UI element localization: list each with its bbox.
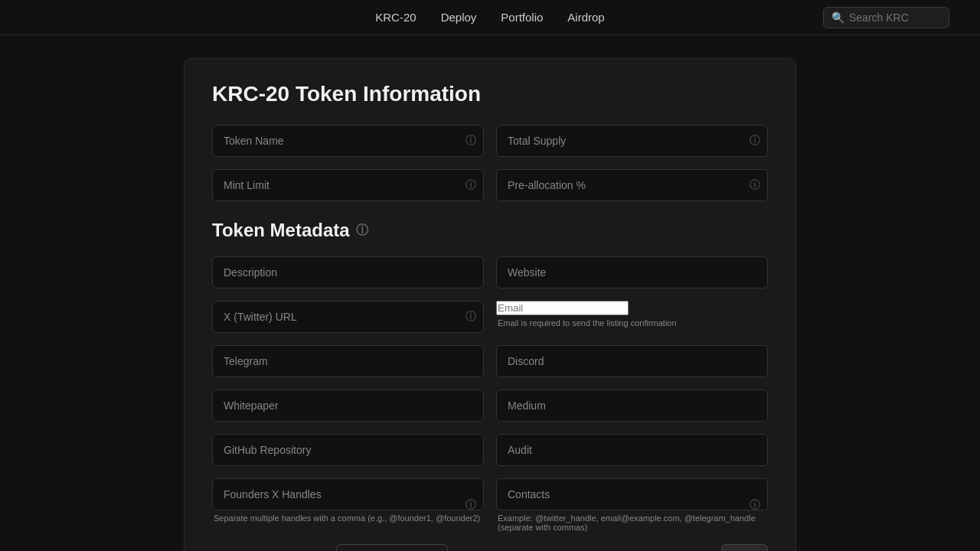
upload-logo-clear-button[interactable]: Clear — [721, 544, 768, 551]
mint-limit-input[interactable] — [212, 169, 484, 201]
preallocation-info-icon[interactable]: ⓘ — [750, 178, 760, 192]
field-whitepaper — [212, 390, 484, 422]
upload-logo-row: Upload Token's Logo Choose File or Drag … — [212, 544, 768, 551]
token-name-input[interactable] — [212, 125, 484, 157]
metadata-heading: Token Metadata ⓘ — [212, 220, 768, 241]
main-content: KRC-20 Token Information ⓘ ⓘ ⓘ ⓘ — [0, 35, 980, 551]
field-total-supply: ⓘ — [496, 125, 768, 157]
row-basic-1: ⓘ ⓘ — [212, 125, 768, 157]
search-box[interactable]: 🔍 — [823, 7, 949, 28]
field-email-wrapper: Email is required to send the listing co… — [496, 301, 768, 333]
twitter-input[interactable] — [212, 301, 484, 333]
telegram-input[interactable] — [212, 345, 484, 377]
founders-note: Separate multiple handles with a comma (… — [212, 514, 484, 523]
row-metadata-1 — [212, 256, 768, 289]
contacts-input[interactable] — [496, 478, 768, 510]
metadata-heading-text: Token Metadata — [212, 220, 350, 241]
row-metadata-4 — [212, 390, 768, 422]
nav-airdrop[interactable]: Airdrop — [567, 11, 604, 24]
nav-links: KRC-20 Deploy Portfolio Airdrop — [375, 11, 604, 24]
search-icon: 🔍 — [831, 11, 844, 24]
row-basic-2: ⓘ ⓘ — [212, 169, 768, 201]
whitepaper-input[interactable] — [212, 390, 484, 422]
contacts-info-icon[interactable]: ⓘ — [750, 498, 760, 512]
field-contacts: ⓘ Example: @twitter_handle, email@exampl… — [496, 478, 768, 532]
field-github — [212, 434, 484, 466]
email-input[interactable] — [496, 301, 629, 315]
medium-input[interactable] — [496, 390, 768, 422]
metadata-info-icon[interactable]: ⓘ — [356, 223, 368, 239]
field-preallocation: ⓘ — [496, 169, 768, 201]
field-telegram — [212, 345, 484, 377]
upload-logo-button[interactable]: Choose File or Drag — [336, 544, 448, 551]
email-note: Email is required to send the listing co… — [496, 318, 768, 328]
field-website — [496, 256, 768, 289]
founders-info-icon[interactable]: ⓘ — [466, 498, 476, 512]
website-input[interactable] — [496, 256, 768, 289]
field-token-name: ⓘ — [212, 125, 484, 157]
row-metadata-6: ⓘ Separate multiple handles with a comma… — [212, 478, 768, 532]
row-metadata-3 — [212, 345, 768, 377]
row-metadata-2: ⓘ Email is required to send the listing … — [212, 301, 768, 333]
field-twitter: ⓘ — [212, 301, 484, 333]
discord-input[interactable] — [496, 345, 768, 377]
token-name-info-icon[interactable]: ⓘ — [466, 134, 476, 148]
field-mint-limit: ⓘ — [212, 169, 484, 201]
search-input[interactable] — [849, 11, 941, 24]
founders-input[interactable] — [212, 478, 484, 510]
description-input[interactable] — [212, 256, 484, 289]
form-container: KRC-20 Token Information ⓘ ⓘ ⓘ ⓘ — [184, 58, 796, 551]
nav-portfolio[interactable]: Portfolio — [501, 11, 543, 24]
field-audit — [496, 434, 768, 466]
nav-deploy[interactable]: Deploy — [441, 11, 477, 24]
field-description — [212, 256, 484, 289]
row-metadata-5 — [212, 434, 768, 466]
nav-krc20[interactable]: KRC-20 — [375, 11, 416, 24]
page-title: KRC-20 Token Information — [212, 82, 768, 106]
twitter-info-icon[interactable]: ⓘ — [466, 310, 476, 324]
field-discord — [496, 345, 768, 377]
audit-input[interactable] — [496, 434, 768, 466]
github-input[interactable] — [212, 434, 484, 466]
field-medium — [496, 390, 768, 422]
total-supply-info-icon[interactable]: ⓘ — [750, 134, 760, 148]
preallocation-input[interactable] — [496, 169, 768, 201]
top-nav: KRC-20 Deploy Portfolio Airdrop 🔍 — [0, 0, 980, 35]
field-founders: ⓘ Separate multiple handles with a comma… — [212, 478, 484, 532]
mint-limit-info-icon[interactable]: ⓘ — [466, 178, 476, 192]
total-supply-input[interactable] — [496, 125, 768, 157]
contacts-note: Example: @twitter_handle, email@example.… — [496, 514, 768, 532]
